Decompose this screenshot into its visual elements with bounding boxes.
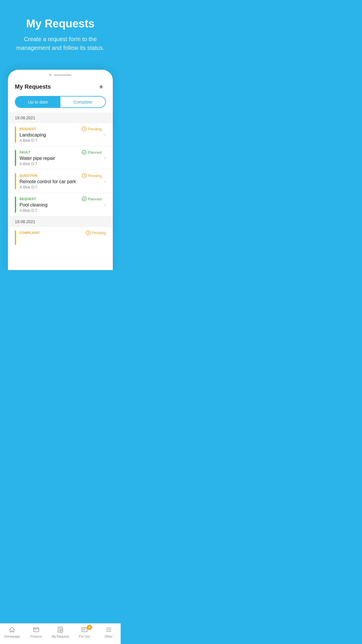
request-name-3: Remote control for car park xyxy=(20,179,102,184)
request-type-1: REQUEST xyxy=(20,127,36,131)
status-badge-3: Pending xyxy=(82,173,102,178)
request-content-1: REQUEST Pending Landscaping A Blok D:7 xyxy=(20,127,102,143)
notch-bar xyxy=(54,74,71,76)
request-content-2: Fault Planned Water pipe repair A Blok D… xyxy=(20,150,102,166)
check-icon-4 xyxy=(82,197,87,201)
tab-up-to-date[interactable]: Up to date xyxy=(15,97,60,107)
left-border-2 xyxy=(15,150,16,166)
request-type-3: QUESTION xyxy=(20,174,37,177)
list-item[interactable]: REQUEST Planned Pool cleaning A Blok D:7… xyxy=(8,193,113,216)
clock-icon-3 xyxy=(82,173,87,178)
add-button[interactable]: + xyxy=(96,82,106,91)
status-badge-2: Planned xyxy=(82,150,102,155)
chevron-icon-1: › xyxy=(104,132,106,138)
phone-container: My Requests + Up to date Complete 19.08.… xyxy=(8,70,113,270)
request-type-2: Fault xyxy=(20,150,30,154)
request-name-1: Landscaping xyxy=(20,132,102,138)
request-location-2: A Blok D:7 xyxy=(20,162,102,166)
request-location-4: A Blok D:7 xyxy=(20,208,102,213)
app-header: My Requests + xyxy=(8,79,113,96)
list-item[interactable]: COMPLAINT Pending xyxy=(8,227,113,247)
left-border-3 xyxy=(15,173,16,189)
check-icon-2 xyxy=(82,150,87,155)
request-content-5: COMPLAINT Pending xyxy=(20,230,106,235)
chevron-icon-4: › xyxy=(104,202,106,208)
request-type-4: REQUEST xyxy=(20,197,36,201)
header-subtitle: Create a request form to the management … xyxy=(12,35,109,52)
request-type-5: COMPLAINT xyxy=(20,231,40,235)
notch-dot xyxy=(49,74,52,76)
status-badge-4: Planned xyxy=(82,197,102,201)
header-section: My Requests Create a request form to the… xyxy=(0,0,121,64)
tab-complete[interactable]: Complete xyxy=(60,97,105,107)
left-border-4 xyxy=(15,197,16,213)
clock-icon-1 xyxy=(82,127,87,131)
header-title: My Requests xyxy=(12,18,109,30)
phone-notch xyxy=(8,70,113,79)
request-location-3: A Blok D:7 xyxy=(20,185,102,189)
request-list: 19.08.2021 REQUEST Pending xyxy=(8,113,113,247)
date-header-1: 19.08.2021 xyxy=(8,113,113,123)
status-badge-5: Pending xyxy=(86,230,106,235)
date-header-2: 19.08.2021 xyxy=(8,216,113,227)
app-title: My Requests xyxy=(15,83,51,90)
list-item[interactable]: QUESTION Pending Remote control for car … xyxy=(8,170,113,193)
request-content-3: QUESTION Pending Remote control for car … xyxy=(20,173,102,189)
left-border-1 xyxy=(15,127,16,143)
request-location-1: A Blok D:7 xyxy=(20,138,102,143)
clock-icon-5 xyxy=(86,230,91,235)
chevron-icon-3: › xyxy=(104,178,106,184)
status-badge-1: Pending xyxy=(82,127,102,131)
chevron-icon-2: › xyxy=(104,155,106,161)
list-item[interactable]: Fault Planned Water pipe repair A Blok D… xyxy=(8,146,113,170)
left-border-5 xyxy=(15,230,16,245)
request-content-4: REQUEST Planned Pool cleaning A Blok D:7 xyxy=(20,197,102,213)
list-item[interactable]: REQUEST Pending Landscaping A Blok D:7 › xyxy=(8,123,113,146)
request-name-2: Water pipe repair xyxy=(20,156,102,161)
tab-bar: Up to date Complete xyxy=(15,96,106,108)
request-name-4: Pool cleaning xyxy=(20,202,102,208)
